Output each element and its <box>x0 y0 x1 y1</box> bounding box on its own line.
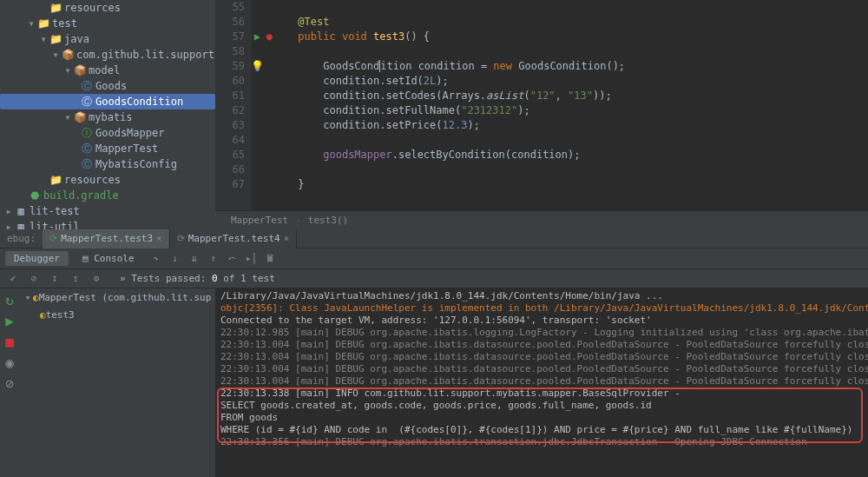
tree-label: java <box>64 33 89 45</box>
tree-package[interactable]: ▾📦com.github.lit.support <box>0 47 215 63</box>
chevron-right-icon: › <box>295 215 301 226</box>
run-tab-label: MapperTest.test4 <box>188 233 280 244</box>
tree-label: mybatis <box>89 111 133 123</box>
resume-button[interactable]: ▶ <box>2 313 17 328</box>
tree-label: model <box>89 64 120 76</box>
tree-label: MybatisConfig <box>95 158 177 170</box>
rerun-button[interactable]: ↻ <box>2 292 17 308</box>
step-over-button[interactable]: ↷ <box>148 251 164 267</box>
run-tab-label: MapperTest.test3 <box>61 233 153 244</box>
test-tree[interactable]: ▾◐ MapperTest (com.github.lit.sup ◐ test… <box>19 288 215 477</box>
test-summary: » Tests passed: 0 of 1 test <box>120 273 275 284</box>
loading-icon: ◐ <box>40 309 46 321</box>
tree-label: resources <box>64 2 121 14</box>
toolwindow-label: ebug: <box>0 233 43 244</box>
code-text[interactable]: @Test public void test3() { GoodsConditi… <box>252 0 868 210</box>
chevron-right-icon: ▸ <box>3 221 14 229</box>
tree-class-mybatisconfig[interactable]: ⒸMybatisConfig <box>0 156 215 172</box>
tree-label: test3 <box>46 309 75 321</box>
tree-label: GoodsMapper <box>95 127 164 139</box>
tree-label: lit-util <box>30 221 80 229</box>
evaluate-button[interactable]: 🖩 <box>263 251 279 267</box>
tree-file-build-gradle[interactable]: ⬣build.gradle <box>0 188 215 203</box>
tree-module-lit-test[interactable]: ▸▦lit-test <box>0 203 215 219</box>
project-tree[interactable]: 📁resources ▾📁test ▾📁java ▾📦com.github.li… <box>0 0 215 229</box>
run-to-cursor-button[interactable]: ▸│ <box>244 251 260 267</box>
intention-bulb-icon[interactable]: 💡 <box>251 59 264 74</box>
module-icon: ▦ <box>14 221 28 229</box>
chevron-down-icon: ▾ <box>62 64 73 76</box>
tree-label: resources <box>64 174 121 186</box>
tree-folder-resources2[interactable]: 📁resources <box>0 172 215 188</box>
pass-filter-button[interactable]: ✔ <box>5 271 21 287</box>
view-breakpoints-button[interactable]: ◉ <box>2 354 17 370</box>
tree-label: GoodsCondition <box>95 96 183 108</box>
loading-icon: ◐ <box>33 292 39 303</box>
tab-console[interactable]: ▤ Console <box>74 251 143 266</box>
tree-folder-resources[interactable]: 📁resources <box>0 0 215 16</box>
debug-side-buttons: ↻ ▶ ■ ◉ ⊘ <box>0 288 19 477</box>
module-icon: ▦ <box>14 205 28 217</box>
breakpoint-icon[interactable]: ● <box>266 30 273 44</box>
close-icon[interactable]: × <box>156 233 162 244</box>
folder-icon: 📁 <box>49 2 62 14</box>
test-node-test3[interactable]: ◐ test3 <box>19 306 215 323</box>
chevron-right-icon: ▸ <box>3 205 14 217</box>
console-line: 22:30:13.004 [main] DEBUG org.apache.iba… <box>220 363 868 375</box>
tree-label: lit-test <box>30 205 80 217</box>
console-line: 22:30:13.004 [main] DEBUG org.apache.iba… <box>220 375 868 388</box>
tree-class-goods[interactable]: ⒸGoods <box>0 78 215 94</box>
package-icon: 📦 <box>61 49 75 61</box>
force-step-into-button[interactable]: ⇊ <box>187 251 202 267</box>
step-out-button[interactable]: ↑ <box>206 251 221 267</box>
package-icon: 📦 <box>73 64 87 76</box>
console-line: objc[2356]: Class JavaLaunchHelper is im… <box>220 302 868 315</box>
tree-module-lit-util[interactable]: ▸▦lit-util <box>0 219 215 229</box>
drop-frame-button[interactable]: ⤺ <box>225 251 240 267</box>
mute-breakpoints-button[interactable]: ⊘ <box>2 375 17 391</box>
run-gutter-icon[interactable]: ▶ <box>254 30 260 44</box>
chevron-down-icon: ▾ <box>50 49 61 61</box>
class-icon: Ⓒ <box>80 157 94 172</box>
line-gutter: 55 56 57▶● 58 59💡 60 61 62 63 64 65 66 6… <box>215 0 252 210</box>
tree-class-goodscondition[interactable]: ⒸGoodsCondition <box>0 94 215 109</box>
tree-interface-goodsmapper[interactable]: ⒾGoodsMapper <box>0 125 215 141</box>
test-run-icon: ⟳ <box>49 233 57 244</box>
package-icon: 📦 <box>73 111 87 123</box>
close-icon[interactable]: × <box>284 233 290 244</box>
console-icon: ▤ <box>82 253 94 264</box>
source-folder-icon: 📁 <box>49 33 62 45</box>
tree-package-model[interactable]: ▾📦model <box>0 63 215 78</box>
tree-class-mappertest[interactable]: ⒸMapperTest <box>0 141 215 156</box>
sort-button[interactable]: ⊘ <box>26 271 42 287</box>
folder-icon: 📁 <box>36 17 50 30</box>
console-output[interactable]: /Library/Java/JavaVirtualMachines/jdk1.8… <box>215 288 868 477</box>
tree-folder-test[interactable]: ▾📁test <box>0 16 215 31</box>
sort-az-button[interactable]: ↧ <box>47 271 62 287</box>
test-toolbar: ✔ ⊘ ↧ ↥ ⚙ » Tests passed: 0 of 1 test <box>0 269 868 288</box>
step-into-button[interactable]: ↓ <box>168 251 183 267</box>
run-tabs: ebug: ⟳ MapperTest.test3 × ⟳ MapperTest.… <box>0 229 868 248</box>
tree-label: MapperTest <box>95 142 158 155</box>
settings-icon[interactable]: ⚙ <box>89 271 104 287</box>
chevron-down-icon: ▾ <box>62 111 73 123</box>
run-tab-2[interactable]: ⟳ MapperTest.test4 × <box>170 229 298 248</box>
breadcrumb-method[interactable]: test3() <box>308 215 348 226</box>
console-line: 22:30:13.338 [main] INFO com.github.lit.… <box>220 388 868 400</box>
tree-package-mybatis[interactable]: ▾📦mybatis <box>0 109 215 125</box>
tree-folder-java[interactable]: ▾📁java <box>0 31 215 47</box>
tree-label: build.gradle <box>43 189 119 202</box>
console-line: 22:30:13.356 [main] DEBUG org.apache.iba… <box>220 436 868 448</box>
tab-debugger[interactable]: Debugger <box>5 251 69 266</box>
breadcrumb[interactable]: MapperTest › test3() <box>215 210 868 229</box>
stop-button[interactable]: ■ <box>2 334 17 349</box>
console-line: 22:30:13.004 [main] DEBUG org.apache.iba… <box>220 339 868 351</box>
tree-label: MapperTest (com.github.lit.sup <box>39 292 212 303</box>
run-tab-1[interactable]: ⟳ MapperTest.test3 × <box>43 229 170 248</box>
tree-label: test <box>52 17 77 30</box>
breadcrumb-class[interactable]: MapperTest <box>231 215 288 226</box>
editor[interactable]: 55 56 57▶● 58 59💡 60 61 62 63 64 65 66 6… <box>215 0 868 229</box>
chevron-down-icon: ▾ <box>23 292 33 303</box>
expand-button[interactable]: ↥ <box>68 271 83 287</box>
test-root[interactable]: ▾◐ MapperTest (com.github.lit.sup <box>19 288 215 306</box>
